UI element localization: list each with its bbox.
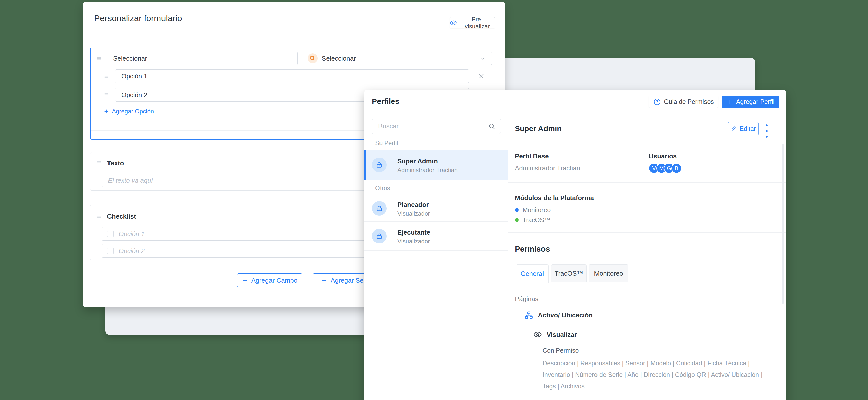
select-type-icon: [308, 54, 318, 64]
tab-tracos[interactable]: TracOS™: [551, 265, 587, 282]
lock-icon: [372, 229, 386, 243]
module-monitoreo: Monitoreo: [515, 206, 551, 213]
permissions-tabbar: General TracOS™ Monitoreo: [508, 265, 786, 282]
tab-general[interactable]: General: [516, 265, 549, 282]
plus-icon: [242, 277, 248, 283]
selected-indicator: [364, 150, 366, 180]
field-name-input[interactable]: Seleccionar: [107, 52, 298, 65]
profiles-modal: Perfiles ? Guia de Permisos Agregar Perf…: [364, 90, 786, 400]
lock-icon: [372, 201, 386, 215]
text-field-label: Texto: [107, 159, 124, 167]
pencil-icon: [731, 126, 737, 132]
drag-handle-icon[interactable]: [103, 72, 110, 79]
question-circle-icon: ?: [653, 98, 661, 106]
sidebar-item-planeador[interactable]: Planeador Visualizador: [364, 195, 508, 222]
eye-icon: [450, 19, 457, 26]
sidebar-item-ejecutante[interactable]: Ejecutante Visualizador: [364, 222, 508, 251]
users-label: Usuarios: [649, 152, 677, 160]
permission-items-list: Descripción | Responsables | Sensor | Mo…: [542, 357, 776, 392]
add-option-link[interactable]: Agregar Opción: [104, 108, 154, 115]
checklist-field-label: Checklist: [107, 212, 136, 220]
base-profile-value: Administrador Tractian: [515, 164, 580, 172]
eye-icon: [533, 330, 542, 339]
permissions-guide-button[interactable]: ? Guia de Permisos: [649, 96, 718, 108]
blue-dot-icon: [515, 208, 519, 212]
option-1-input[interactable]: Opción 1: [115, 69, 469, 83]
profiles-title: Perfiles: [372, 97, 399, 106]
add-field-button[interactable]: Agregar Campo: [237, 273, 302, 287]
with-permission-label: Con Permiso: [542, 347, 579, 354]
pages-label: Páginas: [515, 295, 538, 303]
field-type-select[interactable]: Seleccionar: [304, 52, 492, 65]
profiles-list-panel: Buscar Su Perfil Super Admin Administrad…: [364, 113, 508, 400]
profile-detail-panel: Super Admin Editar Perfil Base Administr…: [508, 113, 786, 400]
drag-handle-icon[interactable]: [96, 55, 103, 62]
divider: [508, 232, 786, 233]
plus-icon: [104, 109, 109, 114]
drag-handle-icon[interactable]: [95, 159, 102, 166]
divider: [508, 141, 786, 141]
edit-button[interactable]: Editar: [728, 122, 759, 135]
add-profile-button[interactable]: Agregar Perfil: [721, 96, 779, 108]
checkbox[interactable]: [107, 248, 114, 254]
action-item-visualizar[interactable]: Visualizar: [533, 330, 577, 339]
base-profile-label: Perfil Base: [515, 152, 549, 160]
checkbox[interactable]: [107, 231, 114, 237]
drag-handle-icon[interactable]: [103, 91, 110, 98]
sidebar-item-super-admin[interactable]: Super Admin Administrador Tractian: [364, 150, 508, 180]
drag-handle-icon[interactable]: [95, 212, 102, 220]
tab-monitoreo[interactable]: Monitoreo: [589, 265, 628, 282]
permissions-title: Permisos: [515, 245, 550, 254]
svg-text:?: ?: [656, 100, 658, 104]
sitemap-icon: [524, 311, 533, 320]
module-tracos: TracOS™: [515, 216, 550, 224]
user-avatar-group[interactable]: V M G B: [649, 163, 682, 173]
group-label-others: Otros: [375, 185, 390, 192]
chevron-down-icon: [479, 55, 486, 62]
green-dot-icon: [515, 218, 519, 222]
page-item-activo-ubicacion[interactable]: Activo/ Ubicación: [524, 311, 593, 320]
form-builder-header: Personalizar formulario Pre-visualizar: [83, 2, 505, 37]
group-label-your-profile: Su Perfil: [375, 139, 398, 146]
more-options-icon[interactable]: [765, 125, 768, 137]
plus-icon: [726, 99, 733, 105]
plus-icon: [321, 277, 327, 283]
divider: [364, 136, 508, 137]
form-builder-title: Personalizar formulario: [94, 13, 182, 23]
remove-option-icon[interactable]: [477, 72, 486, 80]
search-icon: [488, 123, 496, 130]
profiles-header: Perfiles ? Guia de Permisos Agregar Perf…: [364, 90, 786, 113]
divider: [508, 182, 786, 183]
search-input[interactable]: Buscar: [372, 119, 501, 134]
avatar[interactable]: B: [671, 163, 682, 173]
modules-label: Módulos de la Plataforma: [515, 194, 594, 202]
preview-button[interactable]: Pre-visualizar: [450, 17, 495, 28]
lock-icon: [372, 158, 386, 172]
scrollbar[interactable]: [782, 143, 784, 304]
profile-detail-title: Super Admin: [515, 125, 562, 133]
